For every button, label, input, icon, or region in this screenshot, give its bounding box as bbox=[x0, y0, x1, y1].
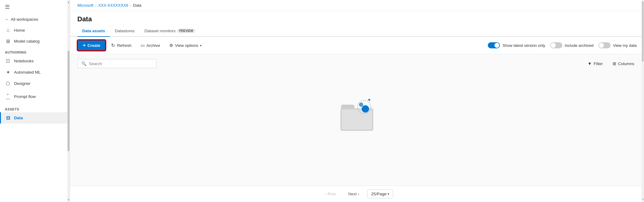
columns-button[interactable]: ⊞ Columns bbox=[610, 60, 637, 67]
sidebar-item-designer[interactable]: ⬡ Designer bbox=[0, 78, 70, 89]
sidebar-scrollbar[interactable]: ▲ ▼ bbox=[67, 0, 70, 202]
toolbar: + Create ↻ Refresh ▭ Archive ⚙ View opti… bbox=[70, 37, 644, 54]
search-bar[interactable]: 🔍 bbox=[77, 59, 157, 68]
prompt-flow-icon: ⌐— bbox=[5, 92, 11, 101]
show-latest-toggle[interactable] bbox=[488, 42, 500, 48]
main-scrollbar-thumb bbox=[642, 1, 644, 62]
folder-svg: ✦ bbox=[337, 96, 377, 133]
view-my-data-toggle-group: View my data bbox=[598, 42, 637, 48]
pagination: ‹ Prev Next › 25/Page ▾ bbox=[70, 186, 644, 202]
svg-point-5 bbox=[359, 103, 363, 107]
refresh-label: Refresh bbox=[117, 43, 131, 48]
main-content: Microsoft › XXX-XXXXXXX6 › Data Data Dat… bbox=[70, 0, 644, 202]
filter-icon: ▼ bbox=[588, 61, 592, 66]
sidebar-label-home: Home bbox=[14, 28, 25, 33]
sidebar-item-data[interactable]: ⊟ Data bbox=[0, 112, 70, 124]
page-size-chevron: ▾ bbox=[388, 192, 389, 196]
next-label: Next bbox=[348, 192, 357, 196]
next-button[interactable]: Next › bbox=[344, 190, 364, 198]
sidebar-label-notebooks: Notebooks bbox=[14, 59, 34, 63]
sidebar-label-automated-ml: Automated ML bbox=[14, 70, 41, 75]
chevron-down-icon: ▾ bbox=[200, 44, 202, 47]
prev-button[interactable]: ‹ Prev bbox=[321, 190, 340, 198]
sidebar-item-prompt-flow[interactable]: ⌐— Prompt flow bbox=[0, 89, 70, 104]
designer-icon: ⬡ bbox=[5, 81, 11, 86]
columns-icon: ⊞ bbox=[613, 61, 616, 66]
sidebar-header: ☰ bbox=[0, 0, 70, 14]
page-size-select[interactable]: 25/Page ▾ bbox=[367, 190, 393, 198]
sidebar-item-notebooks[interactable]: ☷ Notebooks bbox=[0, 55, 70, 67]
refresh-icon: ↻ bbox=[111, 43, 115, 48]
assets-section-label: Assets bbox=[0, 104, 70, 112]
archive-icon: ▭ bbox=[141, 43, 145, 48]
sidebar-label-designer: Designer bbox=[14, 81, 30, 86]
tab-data-assets[interactable]: Data assets bbox=[77, 26, 110, 37]
sidebar-label-prompt-flow: Prompt flow bbox=[14, 94, 36, 99]
sidebar-scroll: ⌂ Home ⊞ Model catalog Authoring ☷ Noteb… bbox=[0, 25, 70, 202]
page-header: Data bbox=[70, 11, 644, 26]
menu-icon[interactable]: ☰ bbox=[5, 4, 10, 10]
prev-arrow-icon: ‹ bbox=[325, 192, 327, 196]
show-latest-label: Show latest version only bbox=[502, 43, 545, 48]
toggle-knob-view-my-data bbox=[599, 43, 604, 48]
archive-button[interactable]: ▭ Archive bbox=[137, 41, 164, 50]
columns-label: Columns bbox=[618, 61, 634, 66]
empty-state: ✦ bbox=[77, 72, 637, 157]
refresh-button[interactable]: ↻ Refresh bbox=[107, 40, 135, 50]
svg-point-4 bbox=[362, 105, 369, 113]
back-arrow-icon: ← bbox=[5, 17, 9, 22]
scroll-up-arrow[interactable]: ▲ bbox=[67, 1, 70, 4]
create-button[interactable]: + Create bbox=[77, 40, 106, 51]
tabs-bar: Data assets Datastores Dataset monitors … bbox=[70, 26, 644, 37]
sidebar: ☰ ← All workspaces ⌂ Home ⊞ Model catalo… bbox=[0, 0, 70, 202]
archive-label: Archive bbox=[146, 43, 160, 48]
filter-button[interactable]: ▼ Filter bbox=[585, 60, 605, 67]
view-my-data-label: View my data bbox=[613, 43, 637, 48]
content-right-controls: ▼ Filter ⊞ Columns bbox=[585, 60, 637, 67]
create-label: Create bbox=[87, 43, 100, 48]
breadcrumb-microsoft[interactable]: Microsoft bbox=[77, 3, 93, 8]
search-icon: 🔍 bbox=[81, 61, 86, 66]
content-area: 🔍 ▼ Filter ⊞ Columns bbox=[70, 54, 644, 186]
include-archived-toggle[interactable] bbox=[550, 42, 562, 48]
breadcrumb-sep-2: › bbox=[130, 3, 131, 8]
search-input[interactable] bbox=[89, 61, 153, 66]
breadcrumb-sep-1: › bbox=[95, 3, 97, 8]
main-scrollbar: ▾ bbox=[642, 0, 644, 202]
sidebar-item-model-catalog[interactable]: ⊞ Model catalog bbox=[0, 36, 70, 47]
content-toolbar: 🔍 ▼ Filter ⊞ Columns bbox=[77, 59, 637, 68]
home-icon: ⌂ bbox=[5, 27, 11, 33]
view-my-data-toggle[interactable] bbox=[598, 42, 611, 48]
breadcrumb-current: Data bbox=[133, 3, 141, 8]
plus-icon: + bbox=[83, 43, 86, 48]
back-button[interactable]: ← All workspaces bbox=[0, 14, 70, 25]
toolbar-right: Show latest version only Include archive… bbox=[488, 42, 637, 48]
include-archived-toggle-group: Include archived bbox=[550, 42, 594, 48]
include-archived-label: Include archived bbox=[565, 43, 594, 48]
sidebar-item-home[interactable]: ⌂ Home bbox=[0, 25, 70, 36]
toggle-knob-include-archived bbox=[551, 43, 556, 48]
data-icon: ⊟ bbox=[5, 115, 11, 121]
sidebar-item-automated-ml[interactable]: ✦ Automated ML bbox=[0, 67, 70, 78]
show-latest-toggle-group: Show latest version only bbox=[488, 42, 545, 48]
tab-datastores[interactable]: Datastores bbox=[110, 26, 139, 37]
prev-label: Prev bbox=[328, 192, 336, 196]
page-size-label: 25/Page bbox=[371, 192, 386, 196]
next-arrow-icon: › bbox=[358, 192, 360, 196]
breadcrumb-workspace[interactable]: XXX-XXXXXXX6 bbox=[98, 3, 128, 8]
tab-dataset-monitors-label: Dataset monitors bbox=[144, 29, 175, 33]
back-label: All workspaces bbox=[11, 17, 38, 22]
breadcrumb: Microsoft › XXX-XXXXXXX6 › Data bbox=[70, 0, 644, 11]
view-options-icon: ⚙ bbox=[169, 43, 173, 48]
sidebar-label-data: Data bbox=[14, 116, 23, 120]
folder-illustration: ✦ bbox=[337, 96, 377, 133]
tab-dataset-monitors[interactable]: Dataset monitors PREVIEW bbox=[139, 26, 200, 37]
authoring-section-label: Authoring bbox=[0, 47, 70, 55]
view-options-button[interactable]: ⚙ View options ▾ bbox=[166, 41, 205, 50]
automated-ml-icon: ✦ bbox=[5, 69, 11, 75]
sidebar-label-model-catalog: Model catalog bbox=[14, 39, 40, 44]
scroll-bottom-arrow[interactable]: ▾ bbox=[642, 198, 644, 201]
sparkle: ✦ bbox=[367, 97, 371, 103]
scroll-down-arrow[interactable]: ▼ bbox=[67, 198, 70, 201]
model-catalog-icon: ⊞ bbox=[5, 38, 11, 44]
